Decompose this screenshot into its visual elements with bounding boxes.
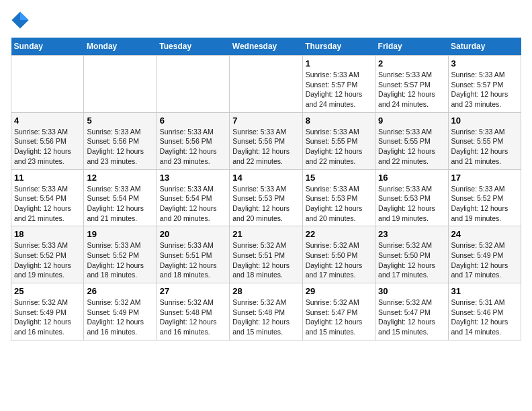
day-info: Sunrise: 5:33 AM Sunset: 5:54 PM Dayligh…: [14, 184, 81, 224]
day-info: Sunrise: 5:32 AM Sunset: 5:50 PM Dayligh…: [306, 240, 372, 280]
calendar-cell: 24Sunrise: 5:32 AM Sunset: 5:49 PM Dayli…: [448, 226, 521, 283]
day-number: 10: [451, 116, 518, 126]
calendar-cell: 10Sunrise: 5:33 AM Sunset: 5:55 PM Dayli…: [448, 112, 521, 169]
weekday-header: Friday: [375, 38, 448, 56]
day-number: 15: [306, 173, 372, 183]
day-info: Sunrise: 5:33 AM Sunset: 5:51 PM Dayligh…: [160, 240, 226, 280]
day-info: Sunrise: 5:33 AM Sunset: 5:52 PM Dayligh…: [14, 240, 81, 280]
day-number: 31: [451, 286, 518, 296]
calendar-week-row: 25Sunrise: 5:32 AM Sunset: 5:49 PM Dayli…: [11, 283, 521, 340]
day-info: Sunrise: 5:33 AM Sunset: 5:56 PM Dayligh…: [87, 127, 153, 167]
calendar-cell: 9Sunrise: 5:33 AM Sunset: 5:55 PM Daylig…: [375, 112, 448, 169]
day-number: 7: [232, 116, 299, 126]
calendar-week-row: 4Sunrise: 5:33 AM Sunset: 5:56 PM Daylig…: [11, 112, 521, 169]
weekday-header: Tuesday: [157, 38, 229, 56]
day-info: Sunrise: 5:33 AM Sunset: 5:55 PM Dayligh…: [378, 127, 445, 167]
calendar-cell: [230, 56, 302, 113]
calendar-cell: 15Sunrise: 5:33 AM Sunset: 5:53 PM Dayli…: [302, 169, 375, 226]
calendar-cell: [11, 56, 84, 113]
day-info: Sunrise: 5:32 AM Sunset: 5:50 PM Dayligh…: [378, 240, 445, 280]
calendar-cell: 21Sunrise: 5:32 AM Sunset: 5:51 PM Dayli…: [230, 226, 302, 283]
calendar-cell: 6Sunrise: 5:33 AM Sunset: 5:56 PM Daylig…: [157, 112, 229, 169]
day-number: 27: [160, 286, 226, 296]
calendar-cell: 25Sunrise: 5:32 AM Sunset: 5:49 PM Dayli…: [11, 283, 84, 340]
day-number: 20: [160, 229, 226, 239]
calendar-cell: 23Sunrise: 5:32 AM Sunset: 5:50 PM Dayli…: [375, 226, 448, 283]
weekday-header: Monday: [84, 38, 157, 56]
day-info: Sunrise: 5:33 AM Sunset: 5:56 PM Dayligh…: [232, 127, 299, 167]
day-info: Sunrise: 5:32 AM Sunset: 5:49 PM Dayligh…: [451, 240, 518, 280]
calendar-cell: 7Sunrise: 5:33 AM Sunset: 5:56 PM Daylig…: [230, 112, 302, 169]
calendar-cell: 1Sunrise: 5:33 AM Sunset: 5:57 PM Daylig…: [302, 56, 375, 113]
day-info: Sunrise: 5:33 AM Sunset: 5:53 PM Dayligh…: [306, 184, 372, 224]
calendar-cell: 19Sunrise: 5:33 AM Sunset: 5:52 PM Dayli…: [84, 226, 157, 283]
weekday-header: Sunday: [11, 38, 84, 56]
day-number: 5: [87, 116, 153, 126]
calendar-week-row: 1Sunrise: 5:33 AM Sunset: 5:57 PM Daylig…: [11, 56, 521, 113]
calendar-cell: 5Sunrise: 5:33 AM Sunset: 5:56 PM Daylig…: [84, 112, 157, 169]
day-number: 29: [306, 286, 372, 296]
day-number: 8: [306, 116, 372, 126]
day-info: Sunrise: 5:33 AM Sunset: 5:54 PM Dayligh…: [87, 184, 153, 224]
calendar-cell: 30Sunrise: 5:32 AM Sunset: 5:47 PM Dayli…: [375, 283, 448, 340]
day-number: 30: [378, 286, 445, 296]
day-info: Sunrise: 5:33 AM Sunset: 5:57 PM Dayligh…: [451, 70, 518, 109]
page-header: [11, 11, 521, 30]
calendar-cell: 3Sunrise: 5:33 AM Sunset: 5:57 PM Daylig…: [448, 56, 521, 113]
day-info: Sunrise: 5:33 AM Sunset: 5:57 PM Dayligh…: [306, 70, 372, 109]
calendar-cell: 2Sunrise: 5:33 AM Sunset: 5:57 PM Daylig…: [375, 56, 448, 113]
calendar-week-row: 11Sunrise: 5:33 AM Sunset: 5:54 PM Dayli…: [11, 169, 521, 226]
calendar-cell: 12Sunrise: 5:33 AM Sunset: 5:54 PM Dayli…: [84, 169, 157, 226]
day-info: Sunrise: 5:32 AM Sunset: 5:49 PM Dayligh…: [14, 298, 81, 337]
day-info: Sunrise: 5:32 AM Sunset: 5:49 PM Dayligh…: [87, 298, 153, 337]
day-number: 2: [378, 58, 445, 68]
day-number: 25: [14, 286, 81, 296]
day-info: Sunrise: 5:33 AM Sunset: 5:54 PM Dayligh…: [160, 184, 226, 224]
day-number: 16: [378, 173, 445, 183]
day-info: Sunrise: 5:32 AM Sunset: 5:48 PM Dayligh…: [160, 298, 226, 337]
weekday-header: Thursday: [302, 38, 375, 56]
day-number: 12: [87, 173, 153, 183]
calendar-cell: 27Sunrise: 5:32 AM Sunset: 5:48 PM Dayli…: [157, 283, 229, 340]
day-number: 17: [451, 173, 518, 183]
day-number: 14: [232, 173, 299, 183]
calendar-cell: 22Sunrise: 5:32 AM Sunset: 5:50 PM Dayli…: [302, 226, 375, 283]
logo: [11, 11, 32, 30]
calendar-cell: 14Sunrise: 5:33 AM Sunset: 5:53 PM Dayli…: [230, 169, 302, 226]
day-number: 11: [14, 173, 81, 183]
day-number: 28: [232, 286, 299, 296]
calendar-cell: 18Sunrise: 5:33 AM Sunset: 5:52 PM Dayli…: [11, 226, 84, 283]
day-number: 26: [87, 286, 153, 296]
day-info: Sunrise: 5:32 AM Sunset: 5:47 PM Dayligh…: [378, 298, 445, 337]
calendar-cell: 31Sunrise: 5:31 AM Sunset: 5:46 PM Dayli…: [448, 283, 521, 340]
day-info: Sunrise: 5:32 AM Sunset: 5:47 PM Dayligh…: [306, 298, 372, 337]
calendar-cell: 17Sunrise: 5:33 AM Sunset: 5:52 PM Dayli…: [448, 169, 521, 226]
day-number: 24: [451, 229, 518, 239]
calendar-cell: 28Sunrise: 5:32 AM Sunset: 5:48 PM Dayli…: [230, 283, 302, 340]
day-info: Sunrise: 5:33 AM Sunset: 5:55 PM Dayligh…: [451, 127, 518, 167]
day-number: 13: [160, 173, 226, 183]
weekday-header-row: SundayMondayTuesdayWednesdayThursdayFrid…: [11, 38, 521, 56]
calendar-cell: [157, 56, 229, 113]
day-number: 1: [306, 58, 372, 68]
calendar-cell: [84, 56, 157, 113]
day-info: Sunrise: 5:33 AM Sunset: 5:56 PM Dayligh…: [14, 127, 81, 167]
day-number: 22: [306, 229, 372, 239]
svg-marker-1: [20, 11, 29, 20]
calendar-cell: 8Sunrise: 5:33 AM Sunset: 5:55 PM Daylig…: [302, 112, 375, 169]
calendar-week-row: 18Sunrise: 5:33 AM Sunset: 5:52 PM Dayli…: [11, 226, 521, 283]
day-info: Sunrise: 5:33 AM Sunset: 5:52 PM Dayligh…: [87, 240, 153, 280]
day-number: 21: [232, 229, 299, 239]
calendar-cell: 4Sunrise: 5:33 AM Sunset: 5:56 PM Daylig…: [11, 112, 84, 169]
day-info: Sunrise: 5:31 AM Sunset: 5:46 PM Dayligh…: [451, 298, 518, 337]
calendar-cell: 29Sunrise: 5:32 AM Sunset: 5:47 PM Dayli…: [302, 283, 375, 340]
day-info: Sunrise: 5:32 AM Sunset: 5:48 PM Dayligh…: [232, 298, 299, 337]
day-number: 4: [14, 116, 81, 126]
weekday-header: Saturday: [448, 38, 521, 56]
day-info: Sunrise: 5:33 AM Sunset: 5:53 PM Dayligh…: [378, 184, 445, 224]
day-number: 3: [451, 58, 518, 68]
calendar-cell: 13Sunrise: 5:33 AM Sunset: 5:54 PM Dayli…: [157, 169, 229, 226]
logo-icon: [11, 11, 30, 30]
day-number: 18: [14, 229, 81, 239]
day-info: Sunrise: 5:33 AM Sunset: 5:57 PM Dayligh…: [378, 70, 445, 109]
